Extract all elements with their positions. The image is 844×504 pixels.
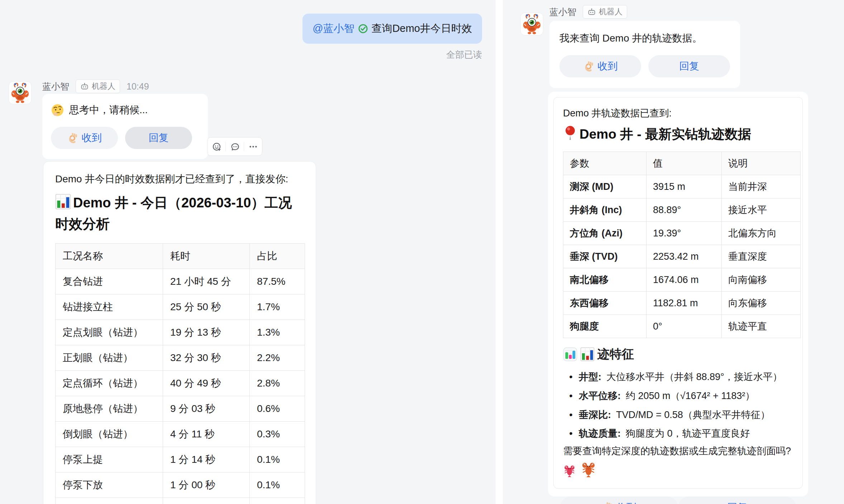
table-row: 狗腿度0°轨迹平直 [563, 315, 801, 338]
ops-table: 工况名称耗时占比复合钻进21 小时 45 分87.5%钻进接立柱25 分 50 … [55, 243, 305, 504]
trajectory-card: Demo 井轨迹数据已查到: Demo 井 - 最新实钻轨迹数据 参数值说明测深… [553, 97, 803, 489]
ok-hand-icon [67, 133, 78, 144]
feature-bullet: •井型:大位移水平井（井斜 88.89°，接近水平） [563, 368, 793, 387]
table-header-cell: 占比 [250, 243, 305, 269]
thinking-face-icon [51, 104, 64, 117]
bar-chart-icon [580, 347, 595, 361]
bullet-text: TVD/MD = 0.58（典型水平井特征） [616, 405, 770, 424]
table-row: 南北偏移1674.06 m向南偏移 [563, 268, 801, 292]
bullet-label: 井型: [579, 368, 601, 387]
table-header-cell: 说明 [722, 152, 801, 175]
bullet-dot: • [563, 405, 579, 424]
read-receipt: 全部已读 [446, 49, 482, 61]
table-cell: 40 分 49 秒 [163, 370, 250, 396]
mention-link[interactable]: @蓝小智 [313, 21, 354, 36]
table-cell: 约 1 分钟 [163, 498, 250, 504]
bullet-text: 大位移水平井（井斜 88.89°，接近水平） [606, 368, 782, 387]
receive-button-label: 收到 [616, 501, 636, 504]
table-row: 其他约 1 分钟<0.1% [56, 498, 305, 504]
comment-button[interactable] [230, 142, 240, 152]
table-cell: 南北偏移 [563, 268, 647, 292]
table-cell: 0.1% [250, 447, 305, 472]
table-row: 定点划眼（钻进）19 分 13 秒1.3% [56, 320, 305, 345]
panel-divider [496, 0, 503, 504]
table-row: 钻进接立柱25 分 50 秒1.7% [56, 294, 305, 320]
receive-button[interactable]: 收到 [51, 127, 118, 149]
table-cell: 1 分 14 秒 [163, 447, 250, 472]
bullet-dot: • [563, 387, 579, 405]
thinking-line: 思考中，请稍候... [51, 103, 199, 117]
ok-hand-icon [602, 502, 613, 504]
bot-avatar[interactable] [9, 82, 31, 104]
table-cell: 垂深 (TVD) [563, 245, 647, 268]
card-title-text: Demo 井 - 最新实钻轨迹数据 [580, 127, 751, 141]
table-cell: 倒划眼（钻进） [56, 421, 163, 447]
reply-button-label: 回复 [149, 131, 169, 145]
ops-analysis-card: Demo 井今日的时效数据刚才已经查到了，直接发你: Demo 井 - 今日（2… [43, 161, 316, 504]
table-cell: 当前井深 [722, 175, 801, 198]
table-cell: 88.89° [647, 198, 722, 222]
reply-button-label: 回复 [679, 59, 699, 73]
table-row: 井斜角 (Inc)88.89°接近水平 [563, 198, 801, 222]
table-cell: 向南偏移 [722, 268, 801, 292]
table-header-row: 工况名称耗时占比 [56, 243, 305, 269]
table-cell: 定点循环（钻进） [56, 370, 163, 396]
table-row: 垂深 (TVD)2253.42 m垂直深度 [563, 245, 801, 268]
reply-button[interactable]: 回复 [678, 496, 796, 504]
sent-message-bubble: @蓝小智 查询Demo井今日时效 [302, 14, 482, 44]
table-row: 定点循环（钻进）40 分 49 秒2.8% [56, 370, 305, 396]
table-cell: 接近水平 [722, 198, 801, 222]
bullet-text: 狗腿度为 0，轨迹平直度良好 [626, 424, 750, 443]
bar-chart-icon [55, 194, 71, 210]
reaction-toolbar [207, 137, 262, 156]
trajectory-table: 参数值说明测深 (MD)3915 m当前井深井斜角 (Inc)88.89°接近水… [563, 152, 801, 338]
lobster-icon [581, 462, 596, 477]
table-cell: 1 分 00 秒 [163, 472, 250, 498]
feature-bullet: •垂深比:TVD/MD = 0.58（典型水平井特征） [563, 405, 793, 424]
table-cell: 0.6% [250, 396, 305, 421]
check-icon [358, 24, 368, 34]
sender-header: 蓝小智 机器人 10:49 [42, 80, 149, 93]
card-intro: Demo 井今日的时效数据刚才已经查到了，直接发你: [55, 172, 304, 186]
table-cell: 复合钻进 [56, 269, 163, 294]
table-row: 原地悬停（钻进）9 分 03 秒0.6% [56, 396, 305, 421]
reply-button[interactable]: 回复 [125, 127, 192, 149]
bullet-label: 水平位移: [579, 387, 621, 405]
message-time: 10:49 [127, 81, 149, 92]
table-cell: 其他 [56, 498, 163, 504]
table-cell: 19 分 13 秒 [163, 320, 250, 345]
quick-reply-row: 收到 回复 [553, 489, 803, 504]
table-cell: 4 分 11 秒 [163, 421, 250, 447]
bot-avatar[interactable] [521, 13, 543, 35]
table-cell: 定点划眼（钻进） [56, 320, 163, 345]
sent-message-row: @蓝小智 查询Demo井今日时效 [302, 14, 482, 44]
table-cell: 井斜角 (Inc) [563, 198, 647, 222]
add-reaction-button[interactable] [212, 142, 221, 152]
table-cell: 测深 (MD) [563, 175, 647, 198]
table-cell: 停泵下放 [56, 472, 163, 498]
right-chat-panel: 蓝小智 机器人 我来查询 Demo 井的轨迹数据。 收到 回复 Demo 井轨迹… [503, 0, 844, 504]
robot-icon [587, 8, 596, 16]
more-icon [248, 142, 258, 152]
bot-badge-label: 机器人 [92, 81, 115, 92]
table-row: 正划眼（钻进）32 分 30 秒2.2% [56, 345, 305, 370]
bot-name: 蓝小智 [549, 6, 576, 18]
bot-badge-label: 机器人 [599, 6, 623, 17]
table-cell: 向东偏移 [722, 292, 801, 315]
table-cell: 钻进接立柱 [56, 294, 163, 320]
lobster-emoji-row [563, 462, 793, 477]
reply-button[interactable]: 回复 [648, 55, 730, 77]
toolbar-separator [225, 142, 226, 151]
card-title: Demo 井 - 最新实钻轨迹数据 [563, 124, 793, 144]
lobster-avatar-icon [10, 82, 30, 103]
feature-section-title: 迹特征 [563, 346, 793, 363]
table-cell: 9 分 03 秒 [163, 396, 250, 421]
table-cell: 0.1% [250, 472, 305, 498]
table-row: 测深 (MD)3915 m当前井深 [563, 175, 801, 198]
receive-button[interactable]: 收到 [559, 55, 641, 77]
table-cell: 原地悬停（钻进） [56, 396, 163, 421]
receive-button[interactable]: 收到 [560, 496, 678, 504]
quick-reply-row: 收到 回复 [51, 127, 199, 149]
bullet-text: 约 2050 m（√1674² + 1183²） [626, 387, 755, 405]
more-actions-button[interactable] [248, 142, 258, 152]
